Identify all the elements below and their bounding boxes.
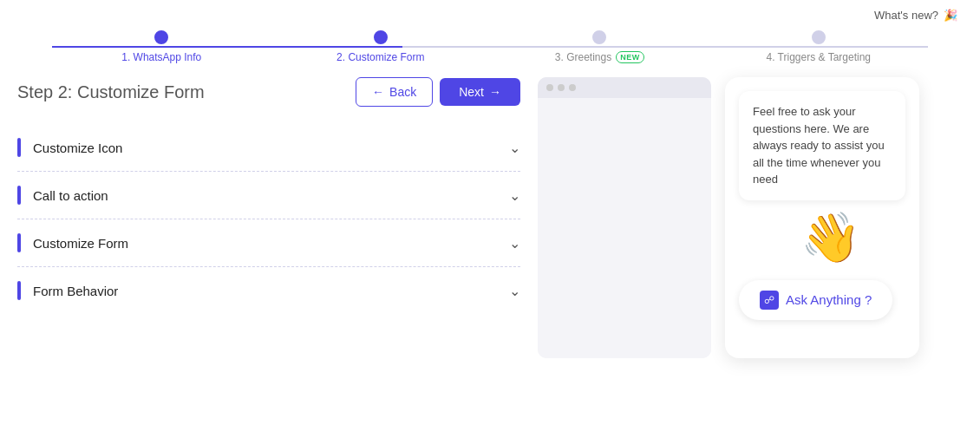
accordion-label-form-behavior: Form Behavior xyxy=(33,284,118,298)
accordion-left-customize-form: Customize Form xyxy=(17,233,128,252)
browser-dot-1 xyxy=(546,84,553,91)
wave-emoji: 👋 xyxy=(756,209,905,266)
new-badge: NEW xyxy=(616,51,644,63)
page-title: Step 2: Customize Form xyxy=(17,82,205,102)
accordion-left-call-to-action: Call to action xyxy=(17,186,108,205)
step-header: Step 2: Customize Form ← Back Next → xyxy=(17,77,520,107)
next-button[interactable]: Next → xyxy=(440,78,520,106)
step-4[interactable]: 4. Triggers & Targeting xyxy=(709,30,929,63)
browser-body xyxy=(538,98,711,358)
stepper-container: 1. WhatsApp Info 2. Customize Form 3. Gr… xyxy=(0,22,980,63)
accordion-list: Customize Icon ⌄ Call to action ⌄ Custom… xyxy=(17,124,520,314)
accordion-bar xyxy=(17,233,21,252)
whats-new-emoji: 🎉 xyxy=(944,9,957,22)
chevron-down-icon: ⌄ xyxy=(509,187,520,204)
step-2-dot xyxy=(374,30,388,44)
next-arrow-icon: → xyxy=(489,85,501,99)
browser-topbar xyxy=(538,77,711,98)
accordion-left-form-behavior: Form Behavior xyxy=(17,281,118,300)
whats-new-label: What's new? xyxy=(874,9,938,22)
step-2-label: 2. Customize Form xyxy=(336,51,424,63)
ask-anything-button[interactable]: ☍ Ask Anything ? xyxy=(739,280,892,320)
chevron-down-icon: ⌄ xyxy=(509,235,520,252)
left-panel: Step 2: Customize Form ← Back Next → Cus… xyxy=(17,77,520,358)
step-2[interactable]: 2. Customize Form xyxy=(271,30,491,63)
accordion-bar xyxy=(17,186,21,205)
ask-anything-label: Ask Anything ? xyxy=(786,292,872,307)
main-content: Step 2: Customize Form ← Back Next → Cus… xyxy=(0,63,980,358)
browser-dot-2 xyxy=(558,84,565,91)
accordion-item-customize-form[interactable]: Customize Form ⌄ xyxy=(17,219,520,267)
chat-bubble: Feel free to ask your questions here. We… xyxy=(739,91,905,200)
accordion-left-customize-icon: Customize Icon xyxy=(17,138,122,157)
accordion-item-customize-icon[interactable]: Customize Icon ⌄ xyxy=(17,124,520,172)
back-button[interactable]: ← Back xyxy=(356,77,433,107)
step-1-label: 1. WhatsApp Info xyxy=(121,51,201,63)
accordion-label-customize-icon: Customize Icon xyxy=(33,141,122,155)
step-4-label: 4. Triggers & Targeting xyxy=(766,51,871,63)
stepper: 1. WhatsApp Info 2. Customize Form 3. Gr… xyxy=(52,30,928,63)
accordion-bar xyxy=(17,138,21,157)
chat-bubble-text: Feel free to ask your questions here. We… xyxy=(753,105,885,186)
chat-preview-panel: Feel free to ask your questions here. We… xyxy=(725,77,919,358)
chat-icon: ☍ xyxy=(760,291,779,310)
step-1-dot xyxy=(154,30,168,44)
nav-buttons: ← Back Next → xyxy=(356,77,520,107)
browser-dot-3 xyxy=(569,84,576,91)
accordion-item-call-to-action[interactable]: Call to action ⌄ xyxy=(17,172,520,219)
accordion-label-customize-form: Customize Form xyxy=(33,236,128,251)
top-bar: What's new? 🎉 xyxy=(0,0,980,22)
step-3-label: 3. Greetings NEW xyxy=(555,51,644,63)
step-1[interactable]: 1. WhatsApp Info xyxy=(52,30,271,63)
chevron-down-icon: ⌄ xyxy=(509,140,520,156)
step-3[interactable]: 3. Greetings NEW xyxy=(490,30,709,63)
chevron-down-icon: ⌄ xyxy=(509,283,520,299)
accordion-label-call-to-action: Call to action xyxy=(33,188,108,203)
accordion-item-form-behavior[interactable]: Form Behavior ⌄ xyxy=(17,267,520,314)
browser-preview xyxy=(538,77,711,358)
back-arrow-icon: ← xyxy=(372,85,384,99)
accordion-bar xyxy=(17,281,21,300)
right-panel: Feel free to ask your questions here. We… xyxy=(538,77,919,358)
step-4-dot xyxy=(812,30,826,44)
step-3-dot xyxy=(592,30,606,44)
